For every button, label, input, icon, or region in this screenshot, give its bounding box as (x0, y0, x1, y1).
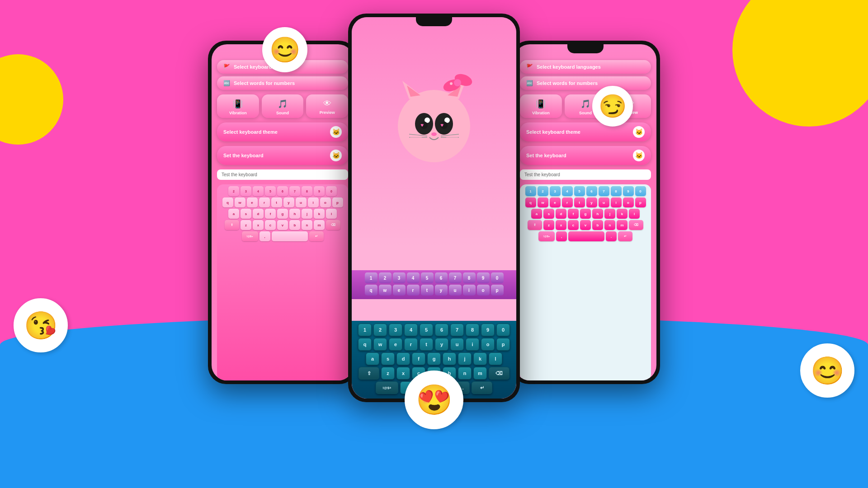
rk-u[interactable]: u (599, 197, 609, 207)
ck-h[interactable]: h (443, 352, 456, 365)
ck-6[interactable]: 6 (435, 324, 448, 336)
ck-backspace[interactable]: ⌫ (489, 367, 509, 380)
left-kb-key-8[interactable]: 8 (302, 186, 312, 196)
center-top-i[interactable]: i (463, 285, 476, 296)
left-kb-j[interactable]: j (302, 209, 312, 219)
left-kb-s[interactable]: s (241, 209, 251, 219)
center-top-0[interactable]: 0 (491, 272, 504, 283)
rk-comma[interactable]: , (556, 231, 567, 241)
center-top-e[interactable]: e (393, 285, 406, 296)
left-kb-key-5[interactable]: 5 (265, 186, 276, 196)
rk-g[interactable]: g (580, 209, 591, 219)
left-kb-u[interactable]: u (296, 197, 307, 207)
left-kb-key-4[interactable]: 4 (253, 186, 264, 196)
rk-o[interactable]: o (623, 197, 634, 207)
center-top-p[interactable]: p (491, 285, 504, 296)
rk-dot[interactable]: . (606, 231, 617, 241)
ck-1[interactable]: 1 (358, 324, 372, 336)
right-lang-btn[interactable]: 🚩 Select keyboard languages (520, 60, 651, 74)
left-kb-special[interactable]: !@$+ (242, 231, 258, 241)
ck-shift[interactable]: ⇧ (359, 367, 379, 380)
left-kb-g[interactable]: g (277, 209, 288, 219)
right-theme-btn[interactable]: Select keyboard theme 🐱 (520, 122, 651, 141)
left-theme-btn[interactable]: Select keyboard theme 🐱 (217, 122, 348, 141)
ck-a[interactable]: a (366, 352, 379, 365)
center-top-u[interactable]: u (449, 285, 462, 296)
ck-r[interactable]: r (404, 338, 418, 351)
ck-f[interactable]: f (412, 352, 425, 365)
rk-d[interactable]: d (556, 209, 566, 219)
left-kb-l[interactable]: l (326, 209, 337, 219)
rk-p[interactable]: p (635, 197, 646, 207)
rk-s[interactable]: s (543, 209, 554, 219)
left-test-input[interactable]: Test the keyboard (217, 169, 348, 180)
ck-o[interactable]: o (481, 338, 495, 351)
ck-5[interactable]: 5 (420, 324, 433, 336)
center-top-7[interactable]: 7 (449, 272, 462, 283)
rk-shift[interactable]: ⇧ (528, 220, 542, 230)
left-sound-btn[interactable]: 🎵 Sound (262, 94, 304, 118)
center-top-1[interactable]: 1 (365, 272, 377, 283)
ck-7[interactable]: 7 (450, 324, 464, 336)
rk-7[interactable]: 7 (599, 186, 609, 196)
left-kb-z[interactable]: z (241, 220, 251, 230)
rk-enter[interactable]: ↵ (618, 231, 632, 241)
rk-backspace[interactable]: ⌫ (629, 220, 643, 230)
ck-2[interactable]: 2 (373, 324, 387, 336)
left-kb-space[interactable] (272, 231, 308, 241)
ck-s[interactable]: s (381, 352, 395, 365)
ck-m[interactable]: m (473, 367, 487, 380)
left-preview-btn[interactable]: 👁 Preview (306, 94, 348, 118)
center-top-6[interactable]: 6 (435, 272, 448, 283)
rk-6[interactable]: 6 (586, 186, 597, 196)
rk-l[interactable]: l (629, 209, 640, 219)
left-kb-shift[interactable]: ⇧ (225, 220, 239, 230)
rk-5[interactable]: 5 (574, 186, 585, 196)
rk-b[interactable]: b (592, 220, 603, 230)
left-kb-p[interactable]: p (332, 197, 343, 207)
rk-y[interactable]: y (586, 197, 597, 207)
left-kb-q[interactable]: q (222, 197, 233, 207)
rk-t[interactable]: t (574, 197, 585, 207)
left-vibration-btn[interactable]: 📳 Vibration (217, 94, 259, 118)
center-top-5[interactable]: 5 (421, 272, 434, 283)
rk-e[interactable]: e (550, 197, 561, 207)
left-kb-o[interactable]: o (320, 197, 331, 207)
ck-8[interactable]: 8 (466, 324, 479, 336)
left-kb-c[interactable]: c (265, 220, 276, 230)
rk-v[interactable]: v (580, 220, 591, 230)
center-top-4[interactable]: 4 (407, 272, 420, 283)
rk-9[interactable]: 9 (623, 186, 634, 196)
rk-w[interactable]: w (538, 197, 548, 207)
rk-f[interactable]: f (568, 209, 579, 219)
ck-k[interactable]: k (473, 352, 487, 365)
left-kb-key-0[interactable]: 0 (326, 186, 337, 196)
center-top-r[interactable]: r (407, 285, 420, 296)
ck-z[interactable]: z (381, 367, 395, 380)
ck-4[interactable]: 4 (404, 324, 418, 336)
left-kb-key-7[interactable]: 7 (289, 186, 300, 196)
ck-t[interactable]: t (420, 338, 433, 351)
rk-2[interactable]: 2 (538, 186, 548, 196)
ck-3[interactable]: 3 (389, 324, 402, 336)
rk-r[interactable]: r (562, 197, 573, 207)
rk-q[interactable]: q (525, 197, 536, 207)
center-top-y[interactable]: y (435, 285, 448, 296)
right-vibration-btn[interactable]: 📳 Vibration (520, 94, 562, 118)
rk-0[interactable]: 0 (635, 186, 646, 196)
rk-k[interactable]: k (617, 209, 627, 219)
right-keyboard-btn[interactable]: Set the keyboard 🐱 (520, 146, 651, 165)
rk-j[interactable]: j (604, 209, 615, 219)
left-kb-enter[interactable]: ↵ (309, 231, 324, 241)
left-kb-backspace[interactable]: ⌫ (326, 220, 340, 230)
rk-n[interactable]: n (604, 220, 615, 230)
left-kb-key-2[interactable]: 2 (228, 186, 239, 196)
ck-u[interactable]: u (450, 338, 464, 351)
rk-space[interactable] (568, 231, 604, 241)
left-kb-key-6[interactable]: 6 (277, 186, 288, 196)
rk-x[interactable]: x (556, 220, 566, 230)
center-top-9[interactable]: 9 (477, 272, 490, 283)
left-kb-y[interactable]: y (283, 197, 294, 207)
left-kb-n[interactable]: n (302, 220, 312, 230)
ck-i[interactable]: i (466, 338, 479, 351)
